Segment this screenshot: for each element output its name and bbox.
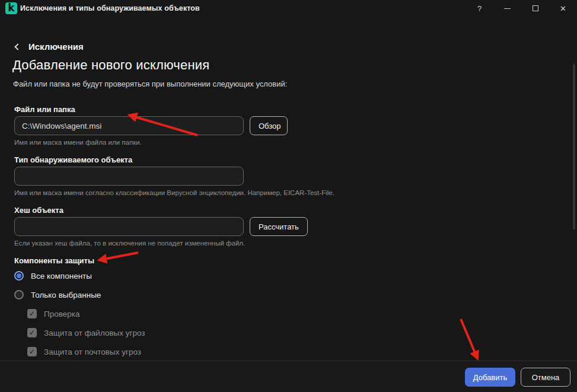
radio-selected-icon[interactable]	[14, 271, 24, 281]
dialog-content: Исключения Добавление нового исключения …	[0, 17, 577, 361]
checkbox-checked-icon: ✓	[27, 309, 37, 318]
breadcrumb-back[interactable]: Исключения	[13, 42, 84, 52]
checkbox-checked-icon: ✓	[27, 347, 37, 356]
minimize-glyph	[504, 8, 511, 9]
checkbox-label: Проверка	[44, 310, 79, 318]
page-description: Файл или папка не будут проверяться при …	[13, 79, 287, 88]
file-or-folder-hint: Имя или маска имени файла или папки.	[14, 139, 142, 146]
object-hash-input[interactable]	[14, 217, 244, 236]
object-type-hint: Имя или маска имени согласно классификац…	[14, 189, 334, 196]
browse-button[interactable]: Обзор	[250, 116, 288, 135]
checkbox-mail-threat-protection: ✓ Защита от почтовых угроз	[27, 347, 141, 356]
maximize-icon[interactable]	[521, 0, 549, 17]
object-type-input[interactable]	[14, 167, 244, 186]
vertical-scrollbar[interactable]	[573, 63, 575, 230]
minimize-icon[interactable]	[493, 0, 521, 17]
checkbox-checked-icon: ✓	[27, 328, 37, 337]
radio-unselected-icon[interactable]	[14, 290, 24, 299]
file-or-folder-label: Файл или папка	[14, 105, 75, 114]
title-bar: k Исключения и типы обнаруживаемых объек…	[0, 0, 577, 17]
back-label[interactable]: Исключения	[28, 42, 84, 52]
object-hash-hint: Если указан хеш файла, то в исключения н…	[14, 240, 245, 247]
kaspersky-logo-icon: k	[5, 2, 17, 14]
checkbox-label: Защита от файловых угроз	[44, 329, 145, 337]
radio-label[interactable]: Только выбранные	[31, 291, 101, 299]
window-controls: ? ✕	[466, 0, 577, 17]
checkbox-file-threat-protection: ✓ Защита от файловых угроз	[27, 328, 145, 337]
help-icon[interactable]: ?	[466, 0, 493, 17]
maximize-glyph	[533, 5, 538, 11]
calculate-button[interactable]: Рассчитать	[250, 217, 308, 236]
dialog-footer: Добавить Отмена	[0, 361, 577, 392]
close-icon[interactable]: ✕	[549, 0, 577, 17]
page-title: Добавление нового исключения	[12, 58, 209, 73]
window-title: Исключения и типы обнаруживаемых объекто…	[20, 4, 200, 12]
object-hash-label: Хеш объекта	[14, 206, 63, 215]
checkbox-scan: ✓ Проверка	[27, 309, 79, 318]
add-button[interactable]: Добавить	[465, 368, 515, 387]
radio-only-selected[interactable]: Только выбранные	[14, 290, 101, 299]
object-type-label: Тип обнаруживаемого объекта	[14, 155, 132, 164]
radio-all-components[interactable]: Все компоненты	[14, 271, 92, 281]
protection-components-label: Компоненты защиты	[14, 256, 94, 265]
cancel-button[interactable]: Отмена	[521, 368, 570, 387]
file-or-folder-input[interactable]	[14, 116, 244, 135]
radio-label[interactable]: Все компоненты	[31, 272, 92, 281]
checkbox-label: Защита от почтовых угроз	[44, 348, 141, 356]
chevron-left-icon[interactable]	[14, 43, 21, 50]
